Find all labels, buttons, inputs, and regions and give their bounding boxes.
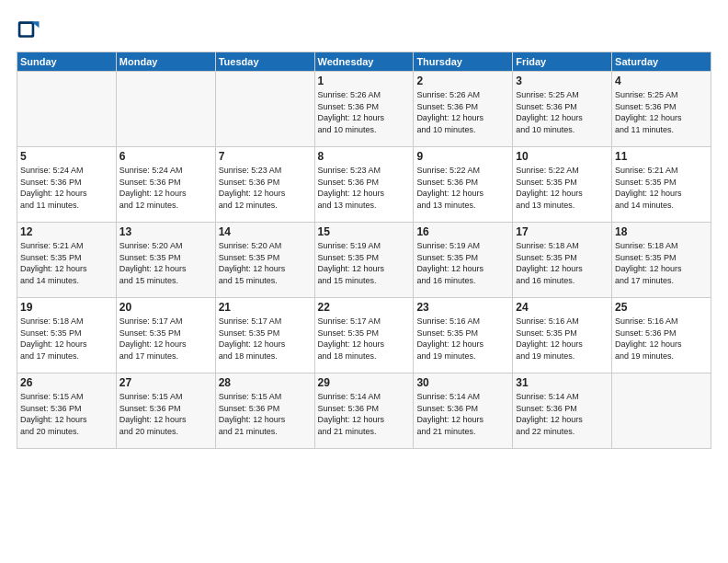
calendar-cell: 7Sunrise: 5:23 AM Sunset: 5:36 PM Daylig… bbox=[215, 147, 314, 223]
cell-info: Sunrise: 5:24 AM Sunset: 5:36 PM Dayligh… bbox=[20, 165, 113, 211]
day-number: 19 bbox=[20, 301, 113, 314]
day-number: 16 bbox=[416, 225, 509, 238]
calendar-cell: 31Sunrise: 5:14 AM Sunset: 5:36 PM Dayli… bbox=[513, 373, 612, 449]
col-header-friday: Friday bbox=[513, 52, 612, 72]
calendar-cell: 10Sunrise: 5:22 AM Sunset: 5:35 PM Dayli… bbox=[513, 147, 612, 223]
calendar-cell: 25Sunrise: 5:16 AM Sunset: 5:36 PM Dayli… bbox=[612, 298, 711, 373]
day-number: 11 bbox=[615, 150, 708, 163]
day-number: 15 bbox=[318, 225, 411, 238]
day-number: 31 bbox=[516, 376, 609, 389]
cell-info: Sunrise: 5:25 AM Sunset: 5:36 PM Dayligh… bbox=[516, 89, 609, 135]
calendar-cell bbox=[612, 373, 711, 449]
calendar-cell: 13Sunrise: 5:20 AM Sunset: 5:35 PM Dayli… bbox=[116, 223, 215, 298]
week-row-4: 19Sunrise: 5:18 AM Sunset: 5:35 PM Dayli… bbox=[17, 298, 711, 373]
day-number: 29 bbox=[318, 376, 411, 389]
cell-info: Sunrise: 5:14 AM Sunset: 5:36 PM Dayligh… bbox=[318, 391, 411, 437]
calendar-cell: 21Sunrise: 5:17 AM Sunset: 5:35 PM Dayli… bbox=[215, 298, 314, 373]
cell-info: Sunrise: 5:18 AM Sunset: 5:35 PM Dayligh… bbox=[20, 316, 113, 362]
day-number: 14 bbox=[219, 225, 312, 238]
day-number: 18 bbox=[615, 225, 708, 238]
header bbox=[17, 17, 711, 42]
week-row-2: 5Sunrise: 5:24 AM Sunset: 5:36 PM Daylig… bbox=[17, 147, 711, 223]
day-number: 28 bbox=[219, 376, 312, 389]
day-number: 25 bbox=[615, 301, 708, 314]
cell-info: Sunrise: 5:19 AM Sunset: 5:35 PM Dayligh… bbox=[318, 240, 411, 286]
calendar-cell: 9Sunrise: 5:22 AM Sunset: 5:36 PM Daylig… bbox=[414, 147, 513, 223]
cell-info: Sunrise: 5:26 AM Sunset: 5:36 PM Dayligh… bbox=[318, 89, 411, 135]
cell-info: Sunrise: 5:21 AM Sunset: 5:35 PM Dayligh… bbox=[615, 165, 708, 211]
cell-info: Sunrise: 5:14 AM Sunset: 5:36 PM Dayligh… bbox=[416, 391, 509, 437]
day-number: 30 bbox=[416, 376, 509, 389]
calendar-cell: 23Sunrise: 5:16 AM Sunset: 5:35 PM Dayli… bbox=[414, 298, 513, 373]
calendar-cell: 26Sunrise: 5:15 AM Sunset: 5:36 PM Dayli… bbox=[17, 373, 117, 449]
calendar-cell: 17Sunrise: 5:18 AM Sunset: 5:35 PM Dayli… bbox=[513, 223, 612, 298]
day-number: 1 bbox=[318, 75, 411, 87]
cell-info: Sunrise: 5:16 AM Sunset: 5:35 PM Dayligh… bbox=[416, 316, 509, 362]
cell-info: Sunrise: 5:16 AM Sunset: 5:36 PM Dayligh… bbox=[615, 316, 708, 362]
cell-info: Sunrise: 5:18 AM Sunset: 5:35 PM Dayligh… bbox=[516, 240, 609, 286]
calendar-cell: 8Sunrise: 5:23 AM Sunset: 5:36 PM Daylig… bbox=[314, 147, 414, 223]
cell-info: Sunrise: 5:17 AM Sunset: 5:35 PM Dayligh… bbox=[318, 316, 411, 362]
week-row-1: 1Sunrise: 5:26 AM Sunset: 5:36 PM Daylig… bbox=[17, 72, 711, 147]
day-number: 6 bbox=[119, 150, 212, 163]
cell-info: Sunrise: 5:22 AM Sunset: 5:36 PM Dayligh… bbox=[416, 165, 509, 211]
calendar-cell bbox=[17, 72, 117, 147]
cell-info: Sunrise: 5:18 AM Sunset: 5:35 PM Dayligh… bbox=[615, 240, 708, 286]
logo-icon bbox=[17, 17, 42, 42]
calendar-cell: 24Sunrise: 5:16 AM Sunset: 5:35 PM Dayli… bbox=[513, 298, 612, 373]
header-row: SundayMondayTuesdayWednesdayThursdayFrid… bbox=[17, 52, 711, 72]
day-number: 27 bbox=[119, 376, 212, 389]
cell-info: Sunrise: 5:15 AM Sunset: 5:36 PM Dayligh… bbox=[219, 391, 312, 437]
col-header-thursday: Thursday bbox=[414, 52, 513, 72]
cell-info: Sunrise: 5:16 AM Sunset: 5:35 PM Dayligh… bbox=[516, 316, 609, 362]
day-number: 21 bbox=[219, 301, 312, 314]
cell-info: Sunrise: 5:25 AM Sunset: 5:36 PM Dayligh… bbox=[615, 89, 708, 135]
cell-info: Sunrise: 5:24 AM Sunset: 5:36 PM Dayligh… bbox=[119, 165, 212, 211]
calendar-cell: 5Sunrise: 5:24 AM Sunset: 5:36 PM Daylig… bbox=[17, 147, 117, 223]
day-number: 9 bbox=[416, 150, 509, 163]
day-number: 22 bbox=[318, 301, 411, 314]
calendar-cell: 3Sunrise: 5:25 AM Sunset: 5:36 PM Daylig… bbox=[513, 72, 612, 147]
day-number: 24 bbox=[516, 301, 609, 314]
svg-rect-1 bbox=[20, 24, 31, 35]
cell-info: Sunrise: 5:21 AM Sunset: 5:35 PM Dayligh… bbox=[20, 240, 113, 286]
cell-info: Sunrise: 5:15 AM Sunset: 5:36 PM Dayligh… bbox=[20, 391, 113, 437]
calendar-cell: 29Sunrise: 5:14 AM Sunset: 5:36 PM Dayli… bbox=[314, 373, 414, 449]
calendar-cell: 6Sunrise: 5:24 AM Sunset: 5:36 PM Daylig… bbox=[116, 147, 215, 223]
calendar-cell: 30Sunrise: 5:14 AM Sunset: 5:36 PM Dayli… bbox=[414, 373, 513, 449]
calendar-cell: 11Sunrise: 5:21 AM Sunset: 5:35 PM Dayli… bbox=[612, 147, 711, 223]
calendar-cell: 4Sunrise: 5:25 AM Sunset: 5:36 PM Daylig… bbox=[612, 72, 711, 147]
day-number: 26 bbox=[20, 376, 113, 389]
calendar-cell: 14Sunrise: 5:20 AM Sunset: 5:35 PM Dayli… bbox=[215, 223, 314, 298]
cell-info: Sunrise: 5:23 AM Sunset: 5:36 PM Dayligh… bbox=[318, 165, 411, 211]
day-number: 7 bbox=[219, 150, 312, 163]
day-number: 10 bbox=[516, 150, 609, 163]
page: SundayMondayTuesdayWednesdayThursdayFrid… bbox=[0, 0, 728, 563]
col-header-monday: Monday bbox=[116, 52, 215, 72]
calendar-cell: 16Sunrise: 5:19 AM Sunset: 5:35 PM Dayli… bbox=[414, 223, 513, 298]
day-number: 17 bbox=[516, 225, 609, 238]
day-number: 5 bbox=[20, 150, 113, 163]
cell-info: Sunrise: 5:22 AM Sunset: 5:35 PM Dayligh… bbox=[516, 165, 609, 211]
day-number: 13 bbox=[119, 225, 212, 238]
day-number: 20 bbox=[119, 301, 212, 314]
calendar-cell: 12Sunrise: 5:21 AM Sunset: 5:35 PM Dayli… bbox=[17, 223, 117, 298]
cell-info: Sunrise: 5:20 AM Sunset: 5:35 PM Dayligh… bbox=[219, 240, 312, 286]
cell-info: Sunrise: 5:26 AM Sunset: 5:36 PM Dayligh… bbox=[416, 89, 509, 135]
week-row-5: 26Sunrise: 5:15 AM Sunset: 5:36 PM Dayli… bbox=[17, 373, 711, 449]
cell-info: Sunrise: 5:17 AM Sunset: 5:35 PM Dayligh… bbox=[219, 316, 312, 362]
calendar-cell: 2Sunrise: 5:26 AM Sunset: 5:36 PM Daylig… bbox=[414, 72, 513, 147]
col-header-saturday: Saturday bbox=[612, 52, 711, 72]
cell-info: Sunrise: 5:14 AM Sunset: 5:36 PM Dayligh… bbox=[516, 391, 609, 437]
calendar-cell: 28Sunrise: 5:15 AM Sunset: 5:36 PM Dayli… bbox=[215, 373, 314, 449]
day-number: 2 bbox=[416, 75, 509, 87]
day-number: 3 bbox=[516, 75, 609, 87]
col-header-tuesday: Tuesday bbox=[215, 52, 314, 72]
cell-info: Sunrise: 5:15 AM Sunset: 5:36 PM Dayligh… bbox=[119, 391, 212, 437]
calendar-cell: 20Sunrise: 5:17 AM Sunset: 5:35 PM Dayli… bbox=[116, 298, 215, 373]
day-number: 8 bbox=[318, 150, 411, 163]
week-row-3: 12Sunrise: 5:21 AM Sunset: 5:35 PM Dayli… bbox=[17, 223, 711, 298]
day-number: 23 bbox=[416, 301, 509, 314]
calendar-cell: 1Sunrise: 5:26 AM Sunset: 5:36 PM Daylig… bbox=[314, 72, 414, 147]
day-number: 4 bbox=[615, 75, 708, 87]
